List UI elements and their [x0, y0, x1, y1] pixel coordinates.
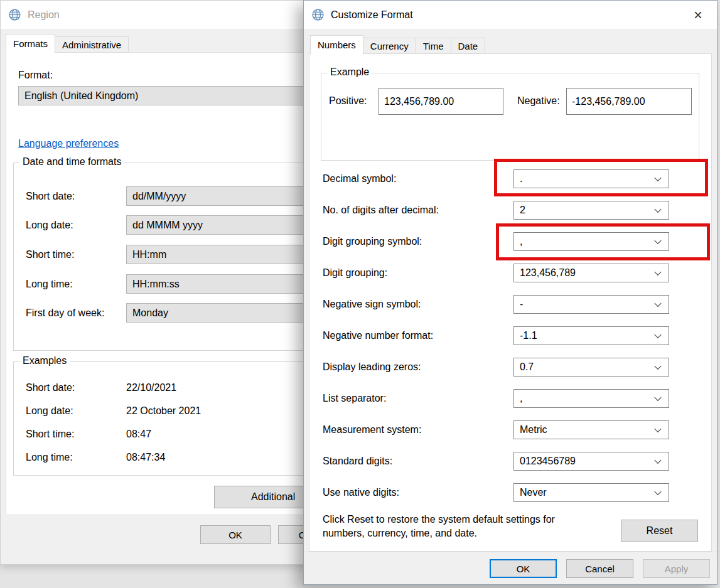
datetime-formats-group-title: Date and time formats — [19, 156, 124, 168]
long-time-label: Long time: — [26, 274, 73, 294]
chevron-down-icon — [654, 425, 661, 432]
short-date-value: dd/MM/yyyy — [132, 191, 186, 202]
chevron-down-icon — [654, 363, 661, 370]
tab-date[interactable]: Date — [451, 38, 486, 54]
globe-icon — [311, 8, 325, 21]
decimal-symbol-label: Decimal symbol: — [323, 169, 396, 188]
short-time-label: Short time: — [26, 245, 74, 264]
list-separator-dropdown[interactable]: , — [513, 389, 669, 408]
use-native-digits-dropdown[interactable]: Never — [513, 483, 669, 502]
examples-group-title: Examples — [19, 355, 70, 366]
long-date-value: dd MMMM yyyy — [132, 220, 203, 231]
chevron-down-icon — [654, 488, 661, 495]
digit-grouping-dropdown[interactable]: 123,456,789 — [513, 264, 669, 282]
language-preferences-link[interactable]: Language preferences — [18, 138, 119, 149]
example-long-date-label: Long date: — [26, 404, 73, 418]
chevron-down-icon — [654, 457, 661, 464]
digit-grouping-label: Digit grouping: — [323, 264, 387, 282]
dropdown-value: Metric — [520, 424, 547, 436]
format-label: Format: — [18, 70, 53, 81]
use-native-digits-row: Use native digits: Never — [323, 483, 699, 502]
customize-titlebar: Customize Format × — [304, 1, 717, 29]
display-leading-zeros-label: Display leading zeros: — [323, 358, 421, 377]
example-group-title: Example — [327, 67, 372, 78]
example-short-date-label: Short date: — [26, 381, 75, 395]
example-group: Example — [321, 73, 699, 161]
dialog-footer: OK Cancel Apply — [304, 552, 717, 584]
example-short-time-label: Short time: — [26, 427, 74, 441]
customize-ok-button[interactable]: OK — [490, 559, 557, 578]
negative-sign-symbol-dropdown[interactable]: - — [513, 295, 669, 314]
positive-label: Positive: — [329, 95, 367, 107]
positive-example-input[interactable] — [379, 88, 503, 115]
digits-after-decimal-label: No. of digits after decimal: — [323, 201, 439, 220]
dropdown-value: -1.1 — [520, 330, 537, 341]
example-long-time-value: 08:47:34 — [126, 451, 165, 464]
use-native-digits-label: Use native digits: — [323, 483, 399, 502]
negative-example-input[interactable] — [566, 88, 692, 115]
decimal-symbol-row: Decimal symbol: . — [323, 169, 699, 188]
customize-cancel-button[interactable]: Cancel — [566, 559, 633, 578]
decimal-symbol-dropdown[interactable]: . — [513, 169, 669, 188]
negative-number-format-row: Negative number format: -1.1 — [323, 326, 699, 345]
display-leading-zeros-dropdown[interactable]: 0.7 — [513, 358, 669, 377]
reset-note: Click Reset to restore the system defaul… — [323, 513, 593, 540]
digit-grouping-symbol-row: Digit grouping symbol: , — [323, 232, 699, 251]
negative-number-format-dropdown[interactable]: -1.1 — [513, 326, 669, 345]
long-date-label: Long date: — [26, 215, 73, 235]
digits-after-decimal-dropdown[interactable]: 2 — [513, 201, 669, 220]
list-separator-row: List separator: , — [323, 389, 699, 408]
digit-grouping-symbol-label: Digit grouping symbol: — [323, 232, 422, 251]
dropdown-value: , — [520, 393, 522, 404]
region-tabs: Formats Administrative — [6, 33, 128, 53]
customize-format-window: Customize Format × Numbers Currency Time… — [303, 0, 717, 585]
measurement-system-dropdown[interactable]: Metric — [513, 420, 669, 439]
desktop: Region Formats Administrative Format: En… — [0, 0, 720, 588]
dropdown-value: 123,456,789 — [520, 267, 576, 279]
tab-administrative[interactable]: Administrative — [55, 36, 129, 53]
digit-grouping-symbol-dropdown[interactable]: , — [513, 232, 669, 251]
negative-sign-symbol-row: Negative sign symbol: - — [323, 295, 699, 314]
example-long-time-label: Long time: — [26, 451, 73, 464]
dropdown-value: 2 — [520, 205, 525, 216]
standard-digits-label: Standard digits: — [323, 452, 392, 471]
window-title: Customize Format — [331, 9, 413, 21]
customize-apply-button: Apply — [643, 559, 710, 578]
chevron-down-icon — [654, 174, 661, 181]
reset-button[interactable]: Reset — [621, 520, 698, 542]
example-short-time-value: 08:47 — [126, 427, 151, 441]
negative-label: Negative: — [517, 95, 560, 107]
dropdown-value: 0.7 — [520, 361, 534, 373]
list-separator-label: List separator: — [323, 389, 386, 408]
first-day-of-week-label: First day of week: — [26, 303, 104, 323]
chevron-down-icon — [654, 300, 661, 307]
digit-grouping-row: Digit grouping: 123,456,789 — [323, 264, 699, 282]
window-title: Region — [28, 9, 60, 21]
display-leading-zeros-row: Display leading zeros: 0.7 — [323, 358, 699, 377]
chevron-down-icon — [654, 331, 661, 338]
negative-sign-symbol-label: Negative sign symbol: — [323, 295, 421, 314]
long-time-value: HH:mm:ss — [132, 279, 180, 290]
tab-formats[interactable]: Formats — [6, 34, 55, 53]
standard-digits-dropdown[interactable]: 0123456789 — [513, 452, 669, 471]
tab-currency[interactable]: Currency — [363, 38, 416, 54]
region-ok-button[interactable]: OK — [200, 525, 271, 544]
example-long-date-value: 22 October 2021 — [126, 404, 201, 418]
chevron-down-icon — [654, 237, 661, 244]
digits-after-decimal-row: No. of digits after decimal: 2 — [323, 201, 699, 220]
first-day-of-week-value: Monday — [132, 307, 168, 319]
tab-time[interactable]: Time — [416, 38, 451, 54]
dropdown-value: - — [520, 299, 523, 310]
chevron-down-icon — [654, 394, 661, 401]
close-icon[interactable]: × — [688, 5, 708, 25]
short-time-value: HH:mm — [132, 249, 166, 260]
example-short-date-value: 22/10/2021 — [126, 381, 176, 395]
measurement-system-row: Measurement system: Metric — [323, 420, 699, 439]
dropdown-value: , — [520, 236, 522, 247]
customize-tabs: Numbers Currency Time Date — [310, 35, 485, 54]
chevron-down-icon — [654, 206, 661, 213]
globe-icon — [8, 8, 21, 21]
short-date-label: Short date: — [26, 186, 75, 206]
format-dropdown-value: English (United Kingdom) — [24, 90, 138, 102]
tab-numbers[interactable]: Numbers — [310, 35, 363, 55]
